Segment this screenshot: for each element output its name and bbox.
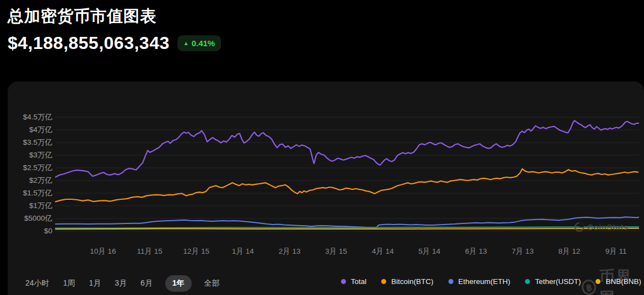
time-range-button-1月[interactable]: 1月 [88,275,102,292]
change-percent: 0.41% [192,39,215,48]
legend-dot-icon [341,279,346,284]
x-axis-label: 1月 14 [221,247,265,256]
y-axis-label: $1.5万亿 [8,189,52,198]
y-axis-label: $4万亿 [8,125,52,134]
x-axis-label: 5月 14 [407,247,451,256]
time-range-button-24小时[interactable]: 24小时 [24,275,51,292]
legend-label: Ethereum(ETH) [458,277,511,286]
x-axis-label: 6月 13 [454,247,498,256]
time-range-button-3月[interactable]: 3月 [113,275,128,292]
x-axis-label: 11月 15 [128,247,172,256]
market-cap-value: $4,188,855,063,343 [8,33,170,53]
time-range-button-全部[interactable]: 全部 [203,275,221,292]
time-range-button-1年[interactable]: 1年 [165,275,192,292]
time-range-button-6月[interactable]: 6月 [139,275,154,292]
x-axis-label: 2月 13 [268,247,312,256]
legend-dot-icon [525,279,530,284]
legend-item-total[interactable]: Total [341,277,367,286]
legend-dot-icon [381,279,386,284]
bottom-bar: 24小时1周1月3月6月1年全部 TotalBitcoin(BTC)Ethere… [8,275,644,294]
y-axis-label: $3万亿 [8,151,52,160]
page-header: 总加密货币市值图表 [8,6,156,28]
legend-dot-icon [596,279,600,284]
x-axis-label: 4月 14 [361,247,405,256]
series-line-tether-usdt [55,227,639,228]
page-title: 总加密货币市值图表 [8,6,156,28]
up-arrow-icon: ▲ [183,41,189,46]
legend-item-bnb-bnb[interactable]: BNB(BNB) [596,277,641,286]
legend-label: Bitcoin(BTC) [391,277,434,286]
x-axis-label: 7月 13 [501,247,545,256]
chart-panel: $4.5万亿$4万亿$3.5万亿$3万亿$2.5万亿$2万亿$1.5万亿$1万亿… [8,81,644,295]
y-axis-label: $5000亿 [8,214,52,223]
y-axis-label: $2万亿 [8,176,52,185]
legend-label: Tether(USDT) [535,277,581,286]
y-axis-label: $4.5万亿 [8,113,52,122]
y-axis-label: $3.5万亿 [8,138,52,147]
y-axis-label: $2.5万亿 [8,163,52,172]
x-axis-label: 9月 11 [594,247,638,256]
legend-item-ethereum-eth[interactable]: Ethereum(ETH) [448,277,511,286]
x-axis-label: 10月 16 [81,247,125,256]
legend-label: Total [351,277,367,286]
change-badge: ▲ 0.41% [177,35,221,51]
legend-label: BNB(BNB) [605,277,641,286]
y-axis-label: $0 [8,227,52,236]
x-axis-label: 3月 15 [314,247,358,256]
time-range-button-1周[interactable]: 1周 [62,275,77,292]
series-line-bitcoin-btc [55,169,638,202]
market-cap-row: $4,188,855,063,343 ▲ 0.41% [8,33,221,53]
x-axis-label: 8月 12 [547,247,591,256]
series-line-bnb-bnb [55,228,639,230]
legend-item-tether-usdt[interactable]: Tether(USDT) [525,277,581,286]
y-axis-label: $1万亿 [8,201,52,210]
legend-item-bitcoin-btc[interactable]: Bitcoin(BTC) [381,277,434,286]
series-line-total [55,121,639,177]
legend-dot-icon [448,279,453,284]
time-range-selector: 24小时1周1月3月6月1年全部 [24,275,221,292]
chart-legend: TotalBitcoin(BTC)Ethereum(ETH)Tether(USD… [341,277,641,286]
chart-plot-area[interactable] [55,113,639,237]
x-axis-label: 12月 15 [174,247,218,256]
page: 总加密货币市值图表 $4,188,855,063,343 ▲ 0.41% $4.… [0,0,644,295]
